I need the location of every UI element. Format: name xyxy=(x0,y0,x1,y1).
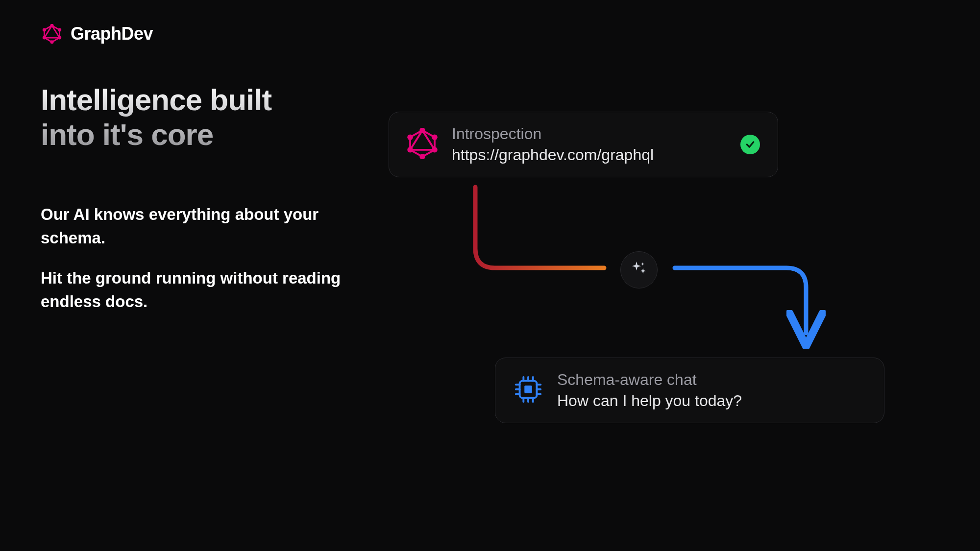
status-success-badge xyxy=(740,135,760,154)
svg-point-15 xyxy=(407,134,413,140)
introspection-url: https://graphdev.com/graphql xyxy=(452,144,727,166)
introspection-title: Introspection xyxy=(452,123,727,144)
body-copy: Our AI knows everything about your schem… xyxy=(41,203,344,330)
svg-point-3 xyxy=(58,28,61,31)
ai-sparkle-node xyxy=(620,251,658,288)
body-paragraph-2: Hit the ground running without reading e… xyxy=(41,266,344,313)
chip-icon xyxy=(513,374,543,407)
chat-card: Schema-aware chat How can I help you tod… xyxy=(495,358,884,423)
svg-point-11 xyxy=(432,134,438,140)
introspection-card-text: Introspection https://graphdev.com/graph… xyxy=(452,123,727,166)
svg-rect-17 xyxy=(524,385,532,393)
svg-point-12 xyxy=(432,147,438,153)
svg-point-6 xyxy=(43,36,46,39)
body-paragraph-1: Our AI knows everything about your schem… xyxy=(41,203,344,250)
svg-point-7 xyxy=(43,28,46,31)
chat-title: Schema-aware chat xyxy=(557,369,866,390)
chat-card-text: Schema-aware chat How can I help you tod… xyxy=(557,369,866,411)
check-icon xyxy=(745,140,755,149)
brand-name: GraphDev xyxy=(71,24,153,44)
svg-point-14 xyxy=(407,147,413,153)
sparkles-icon xyxy=(629,259,649,281)
svg-marker-9 xyxy=(410,130,435,150)
headline-line-2: into it's core xyxy=(41,118,213,151)
svg-marker-1 xyxy=(44,25,59,38)
svg-point-4 xyxy=(58,36,61,39)
introspection-card: Introspection https://graphdev.com/graph… xyxy=(389,112,778,177)
page-headline: Intelligence built into it's core xyxy=(41,82,335,152)
headline-line-1: Intelligence built xyxy=(41,83,271,117)
chat-prompt: How can I help you today? xyxy=(557,390,866,411)
graphql-logo-icon xyxy=(42,24,62,44)
brand-logo: GraphDev xyxy=(42,24,153,44)
graphql-icon xyxy=(407,128,438,161)
